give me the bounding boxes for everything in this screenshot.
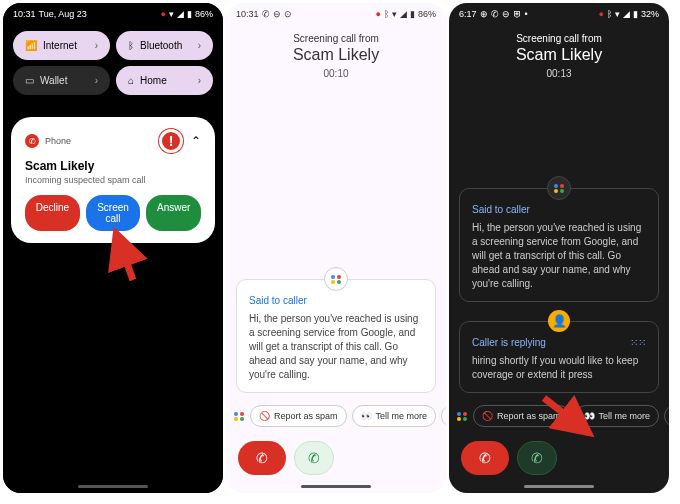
spam-warning-icon: ! xyxy=(159,129,183,153)
reply-text: hiring shortly If you would like to keep… xyxy=(472,354,646,382)
wifi-icon: ▾ xyxy=(392,9,397,19)
said-to-caller-card: Said to caller Hi, the person you've rea… xyxy=(459,188,659,302)
card-label: Said to caller xyxy=(249,294,423,308)
phone-screen-3: 6:17 ⊕ ✆ ⊖ ⛨ • ● ᛒ ▾ ◢ ▮ 32% Screening c… xyxy=(449,3,669,493)
caller-name: Scam Likely xyxy=(226,46,446,64)
status-bar: 10:31 Tue, Aug 23 ● ▾ ◢ ▮ 86% xyxy=(3,3,223,23)
battery-icon: ▮ xyxy=(410,9,415,19)
no-icon: 🚫 xyxy=(259,411,270,421)
card-text: Hi, the person you've reached is using a… xyxy=(472,221,646,291)
hangup-button[interactable]: ✆ xyxy=(238,441,286,475)
screen-call-button[interactable]: Screen call xyxy=(86,195,141,231)
clock: 10:31 xyxy=(13,9,36,19)
bt-icon: ᛒ xyxy=(607,9,612,19)
nav-handle[interactable] xyxy=(301,485,371,488)
wallet-icon: ▭ xyxy=(25,75,34,86)
qs-bluetooth[interactable]: ᛒBluetooth › xyxy=(116,31,213,60)
quick-settings: 📶Internet › ᛒBluetooth › ▭Wallet › ⌂Home… xyxy=(3,23,223,109)
chevron-right-icon: › xyxy=(95,40,98,51)
hangup-button[interactable]: ✆ xyxy=(461,441,509,475)
battery-pct: 86% xyxy=(195,9,213,19)
assistant-mini-icon xyxy=(234,408,245,424)
phone-icon: ✆ xyxy=(491,9,499,19)
status-bar: 6:17 ⊕ ✆ ⊖ ⛨ • ● ᛒ ▾ ◢ ▮ 32% xyxy=(449,3,669,23)
screening-header: Screening call from Scam Likely 00:10 xyxy=(226,23,446,85)
answer-button[interactable]: ✆ xyxy=(294,441,334,475)
phone-icon: ✆ xyxy=(262,9,270,19)
no-icon: 🚫 xyxy=(482,411,493,421)
nav-handle[interactable] xyxy=(78,485,148,488)
shield-icon: ⛨ xyxy=(513,9,522,19)
call-subtitle: Incoming suspected spam call xyxy=(25,175,201,185)
status-bar: 10:31 ✆ ⊖ ⊙ ● ᛒ ▾ ◢ ▮ 86% xyxy=(226,3,446,23)
wifi-icon: ▾ xyxy=(169,9,174,19)
alarm-icon: ⊙ xyxy=(284,9,292,19)
signal-icon: ◢ xyxy=(177,9,184,19)
assistant-icon xyxy=(547,176,571,200)
cast-icon: ⊕ xyxy=(480,9,488,19)
date: Tue, Aug 23 xyxy=(39,9,87,19)
wifi-icon: 📶 xyxy=(25,40,37,51)
report-spam-chip[interactable]: 🚫Report as spam xyxy=(473,405,570,427)
phone-screen-2: 10:31 ✆ ⊖ ⊙ ● ᛒ ▾ ◢ ▮ 86% Screening call… xyxy=(226,3,446,493)
caller-avatar-icon: 👤 xyxy=(548,310,570,332)
assistant-icon xyxy=(324,267,348,291)
phone-app-icon: ✆ xyxy=(25,134,39,148)
rec-icon: ● xyxy=(376,9,381,19)
chip-cutoff[interactable]: 💯W xyxy=(441,405,446,427)
call-actions: ✆ ✆ xyxy=(226,431,446,493)
app-name: Phone xyxy=(45,136,71,146)
eyes-icon: 👀 xyxy=(361,411,372,421)
nav-handle[interactable] xyxy=(524,485,594,488)
battery-icon: ▮ xyxy=(633,9,638,19)
card-label: Said to caller xyxy=(472,203,646,217)
battery-pct: 86% xyxy=(418,9,436,19)
rec-icon: ● xyxy=(161,9,166,19)
tell-me-more-chip[interactable]: 👀Tell me more xyxy=(575,405,660,427)
screening-label: Screening call from xyxy=(449,33,669,44)
waveform-icon: ⁙⁙ xyxy=(630,336,646,350)
qs-wallet[interactable]: ▭Wallet › xyxy=(13,66,110,95)
decline-button[interactable]: Decline xyxy=(25,195,80,231)
answer-button[interactable]: Answer xyxy=(146,195,201,231)
incoming-call-card: ✆ Phone ! ⌃ Scam Likely Incoming suspect… xyxy=(11,117,215,243)
call-actions: ✆ ✆ xyxy=(449,431,669,493)
said-to-caller-card: Said to caller Hi, the person you've rea… xyxy=(236,279,436,393)
chevron-right-icon: › xyxy=(198,40,201,51)
qs-internet[interactable]: 📶Internet › xyxy=(13,31,110,60)
battery-icon: ▮ xyxy=(187,9,192,19)
chip-cutoff[interactable]: 💯W xyxy=(664,405,669,427)
dnd-icon: ⊖ xyxy=(502,9,510,19)
call-timer: 00:13 xyxy=(449,68,669,79)
assistant-mini-icon xyxy=(457,408,468,424)
reply-label: Caller is replying xyxy=(472,336,546,350)
eyes-icon: 👀 xyxy=(584,411,595,421)
clock: 6:17 xyxy=(459,9,477,19)
notification-shade: ✆ Phone ! ⌃ Scam Likely Incoming suspect… xyxy=(3,109,223,493)
dnd-icon: ⊖ xyxy=(273,9,281,19)
caller-name: Scam Likely xyxy=(449,46,669,64)
collapse-chevron-icon[interactable]: ⌃ xyxy=(191,134,201,148)
chevron-right-icon: › xyxy=(95,75,98,86)
rec-icon: ● xyxy=(599,9,604,19)
wifi-icon: ▾ xyxy=(615,9,620,19)
bluetooth-icon: ᛒ xyxy=(128,40,134,51)
signal-icon: ◢ xyxy=(623,9,630,19)
call-timer: 00:10 xyxy=(226,68,446,79)
card-text: Hi, the person you've reached is using a… xyxy=(249,312,423,382)
answer-button[interactable]: ✆ xyxy=(517,441,557,475)
phone-screen-1: 10:31 Tue, Aug 23 ● ▾ ◢ ▮ 86% 📶Internet … xyxy=(3,3,223,493)
screening-label: Screening call from xyxy=(226,33,446,44)
response-chips: 🚫Report as spam 👀Tell me more 💯W xyxy=(449,401,669,431)
screening-header: Screening call from Scam Likely 00:13 xyxy=(449,23,669,85)
qs-home[interactable]: ⌂Home › xyxy=(116,66,213,95)
report-spam-chip[interactable]: 🚫Report as spam xyxy=(250,405,347,427)
signal-icon: ◢ xyxy=(400,9,407,19)
chevron-right-icon: › xyxy=(198,75,201,86)
home-icon: ⌂ xyxy=(128,75,134,86)
more-icon: • xyxy=(525,9,528,19)
bt-icon: ᛒ xyxy=(384,9,389,19)
caller-name: Scam Likely xyxy=(25,159,201,173)
battery-pct: 32% xyxy=(641,9,659,19)
tell-me-more-chip[interactable]: 👀Tell me more xyxy=(352,405,437,427)
